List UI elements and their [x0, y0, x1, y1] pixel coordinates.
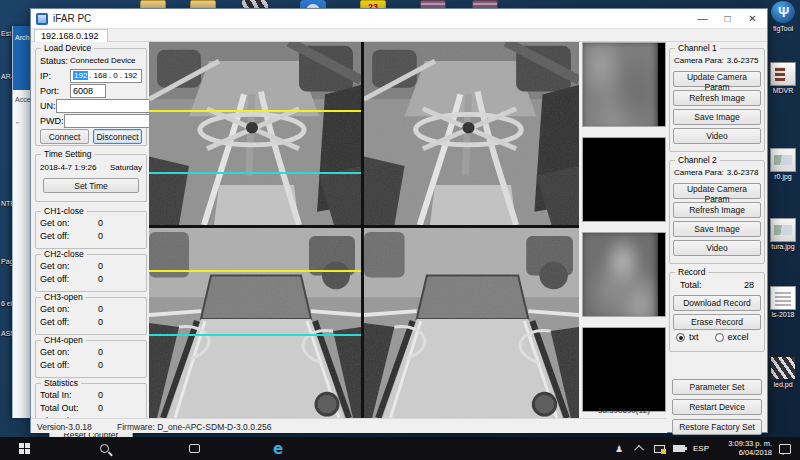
load-device-group: Load Device Status: Connected Device IP:…: [35, 48, 147, 146]
taskbar-search-button[interactable]: [92, 437, 116, 460]
start-button[interactable]: [12, 437, 36, 460]
ch3-counter-group: CH3-open Get on: 0 Get off: 0: [35, 297, 147, 335]
tray-battery-icon[interactable]: [670, 437, 688, 460]
camera-param-label: Camera Para:: [674, 56, 724, 65]
restart-device-button[interactable]: Restart Device: [672, 399, 762, 415]
status-label: Status:: [40, 56, 70, 66]
count-line-yellow: [149, 110, 361, 112]
get-off-label: Get off:: [40, 360, 70, 370]
image-file-icon: [770, 148, 796, 172]
save-image-button-ch2[interactable]: Save Image: [673, 221, 761, 237]
edge-taskbar-button[interactable]: e: [266, 437, 290, 460]
tab-content: Load Device Status: Connected Device IP:…: [31, 42, 767, 418]
notification-icon: [779, 444, 791, 454]
task-view-button[interactable]: [182, 437, 206, 460]
update-camera-param-button-ch1[interactable]: Update Camera Param: [673, 71, 761, 87]
minimize-button[interactable]: —: [690, 9, 715, 28]
get-on-value: 0: [98, 347, 103, 357]
window-status-bar: Version-3.0.18 Firmware: D_one-APC-SDM-D…: [31, 418, 667, 433]
ip-address-input[interactable]: 192.168.0.192: [70, 69, 142, 83]
explorer-menu-fragment: Acce: [15, 96, 31, 103]
parameter-set-button[interactable]: Parameter Set: [672, 379, 762, 395]
desktop-icon-media[interactable]: led.pd: [766, 356, 800, 388]
set-time-button[interactable]: Set Time: [43, 178, 139, 193]
connect-button[interactable]: Connect: [40, 129, 89, 144]
txt-radio-label[interactable]: txt: [689, 332, 699, 342]
background-explorer-window[interactable]: Arch Acce ←: [12, 26, 30, 418]
frame-info-text: 58.390690(12): [579, 406, 669, 415]
document-file-icon: [770, 286, 796, 310]
txt-radio[interactable]: [676, 333, 685, 342]
edge-browser-icon: e: [273, 440, 283, 458]
group-title: CH2-close: [41, 249, 87, 259]
download-record-button[interactable]: Download Record: [673, 295, 761, 311]
ip-octet-1[interactable]: 192: [73, 71, 88, 80]
window-title: iFAR PC: [53, 13, 91, 24]
language-indicator[interactable]: ESP: [690, 437, 712, 460]
ip-label: IP:: [40, 71, 70, 81]
action-center-button[interactable]: [776, 437, 794, 460]
update-camera-param-button-ch2[interactable]: Update Camera Param: [673, 183, 761, 199]
tray-show-hidden-button[interactable]: [632, 437, 648, 460]
erase-record-button[interactable]: Erase Record: [673, 314, 761, 330]
get-on-label: Get on:: [40, 304, 70, 314]
camera-control-panel: Channel 1 Camera Para: 3.6-2375 Update C…: [669, 42, 765, 418]
close-button[interactable]: ✕: [740, 9, 765, 28]
restore-factory-set-button[interactable]: Restore Factory Set: [672, 419, 762, 435]
tray-display-lock-icon[interactable]: [650, 437, 668, 460]
person-icon: ♟: [615, 444, 623, 454]
time-setting-group: Time Setting 2018-4-7 1:9:26 Saturday Se…: [35, 154, 147, 202]
video-button-ch1[interactable]: Video: [673, 128, 761, 144]
tray-app-icon[interactable]: ♟: [610, 437, 628, 460]
get-on-value: 0: [98, 261, 103, 271]
channel1-group: Channel 1 Camera Para: 3.6-2375 Update C…: [669, 48, 765, 152]
maximize-button[interactable]: □: [715, 9, 740, 28]
device-weekday: Saturday: [110, 163, 142, 172]
ip-octet-2[interactable]: 168: [93, 71, 108, 80]
count-line-yellow: [149, 270, 361, 272]
get-off-label: Get off:: [40, 274, 70, 284]
excel-radio[interactable]: [715, 333, 724, 342]
count-line-cyan: [149, 172, 361, 174]
ip-octet-4[interactable]: 192: [123, 71, 138, 80]
get-off-value: 0: [98, 317, 103, 327]
media-file-icon: [770, 356, 796, 380]
refresh-image-button-ch2[interactable]: Refresh Image: [673, 202, 761, 218]
desktop-icon-mdvr[interactable]: MDVR: [766, 62, 800, 94]
snapshot-strip: [581, 42, 667, 418]
desktop-icon-label: ls-2018: [766, 311, 800, 318]
port-label: Port:: [40, 86, 70, 96]
get-off-value: 0: [98, 274, 103, 284]
device-datetime: 2018-4-7 1:9:26: [40, 163, 97, 172]
video-button-ch2[interactable]: Video: [673, 240, 761, 256]
group-title: Statistics: [41, 378, 81, 388]
username-label: UN:: [40, 101, 56, 111]
ch1-counter-group: CH1-close Get on: 0 Get off: 0: [35, 211, 147, 249]
desktop-icon-image1[interactable]: r0.jpg: [766, 148, 800, 180]
group-title: CH1-close: [41, 206, 87, 216]
tab-device-ip[interactable]: 192.168.0.192: [34, 29, 108, 42]
desktop-label[interactable]: 6 el: [1, 300, 12, 307]
firmware-text: Firmware: D_one-APC-SDM-D-3.0.0.256: [117, 422, 271, 432]
save-image-button-ch1[interactable]: Save Image: [673, 109, 761, 125]
mdvr-app-icon: [770, 62, 796, 86]
get-off-value: 0: [98, 231, 103, 241]
channel1-video-frame: [582, 137, 666, 222]
desktop-icon-image2[interactable]: tura.jpg: [766, 218, 800, 250]
desktop-label[interactable]: Est: [1, 30, 11, 37]
desktop-icon-document[interactable]: ls-2018: [766, 286, 800, 318]
ifar-pc-window: iFAR PC — □ ✕ 192.168.0.192 Load Device …: [30, 8, 768, 433]
task-view-icon: [189, 444, 200, 453]
taskbar-clock[interactable]: 3:09:33 p. m. 6/04/2018: [728, 439, 772, 457]
title-bar[interactable]: iFAR PC — □ ✕: [31, 9, 767, 29]
refresh-image-button-ch1[interactable]: Refresh Image: [673, 90, 761, 106]
desktop-icon-configtool[interactable]: figTool: [766, 0, 800, 32]
disconnect-button[interactable]: Disconnect: [93, 129, 142, 144]
back-arrow-icon[interactable]: ←: [15, 118, 31, 125]
get-on-label: Get on:: [40, 218, 70, 228]
excel-radio-label[interactable]: excel: [728, 332, 749, 342]
camera-view-ch1-overlay: [149, 42, 361, 225]
port-input[interactable]: [70, 84, 106, 98]
total-in-label: Total In:: [40, 390, 82, 400]
desktop-icon-label: tura.jpg: [766, 243, 800, 250]
